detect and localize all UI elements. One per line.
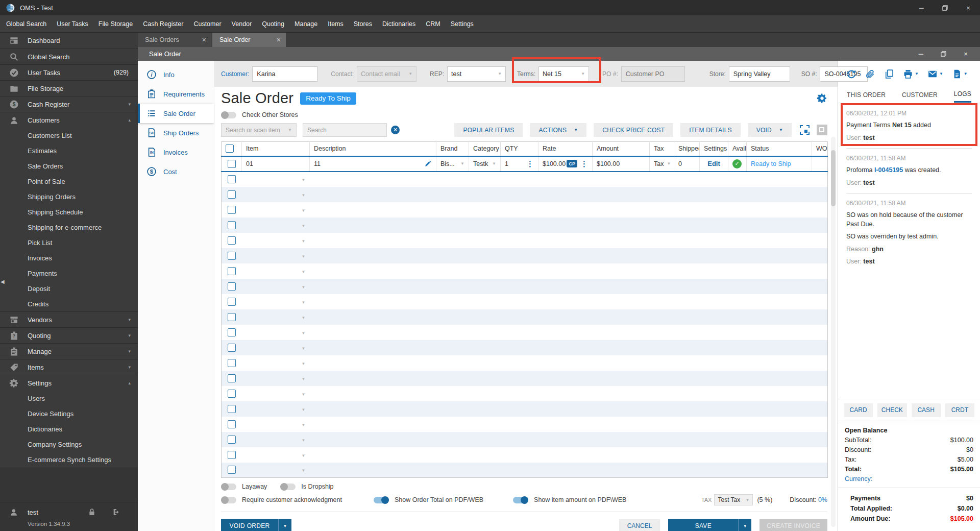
pay-button-card[interactable]: CARD bbox=[844, 403, 873, 417]
row-checkbox[interactable] bbox=[228, 313, 236, 321]
sidebar-item-customers[interactable]: Customers▴ bbox=[0, 112, 138, 128]
discount-value[interactable]: 0% bbox=[818, 496, 827, 503]
tab-logs[interactable]: LOGS bbox=[954, 87, 971, 103]
scrollbar-thumb[interactable] bbox=[831, 150, 836, 206]
close-button[interactable]: × bbox=[957, 0, 980, 15]
menubar-item-crm[interactable]: CRM bbox=[421, 15, 445, 32]
sidebar-item-credits[interactable]: Credits bbox=[0, 296, 138, 311]
row-checkbox[interactable] bbox=[228, 236, 236, 245]
cp-badge[interactable]: CP bbox=[567, 160, 577, 167]
row-checkbox[interactable] bbox=[228, 374, 236, 382]
cell-tax[interactable]: Tax bbox=[654, 160, 664, 167]
column-header-description[interactable]: Description bbox=[310, 142, 436, 156]
chevron-down-icon[interactable]: ▼ bbox=[574, 128, 578, 132]
menubar-item-dictionaries[interactable]: Dictionaries bbox=[377, 15, 421, 32]
contact-select[interactable]: Contact email ▼ bbox=[357, 66, 416, 82]
chevron-down-icon[interactable]: ▼ bbox=[302, 438, 306, 443]
chevron-down-icon[interactable]: ▼ bbox=[302, 178, 306, 182]
customer-input[interactable] bbox=[252, 66, 317, 82]
cell-description[interactable]: 11 bbox=[314, 160, 424, 167]
chevron-down-icon[interactable]: ▼ bbox=[302, 208, 306, 213]
edit-description-icon[interactable] bbox=[424, 160, 432, 167]
inner-restore-button[interactable] bbox=[932, 47, 954, 61]
sidebar-item-user-tasks[interactable]: User Tasks(929) bbox=[0, 64, 138, 80]
menubar-item-settings[interactable]: Settings bbox=[446, 15, 479, 32]
sidebar-item-deposit[interactable]: Deposit bbox=[0, 281, 138, 296]
lock-icon[interactable] bbox=[88, 508, 96, 516]
chevron-down-icon[interactable]: ▼ bbox=[302, 300, 306, 305]
doc-menu-item-sale-order[interactable]: Sale Order bbox=[138, 104, 214, 123]
item-row[interactable]: 01 11 Bis...▼ Testk▼ 1⋮ $100.00CP⋮ $100.… bbox=[222, 156, 828, 172]
chevron-down-icon[interactable]: ▼ bbox=[779, 128, 783, 132]
chevron-down-icon[interactable]: ▼ bbox=[302, 407, 306, 412]
print-button[interactable]: ▼ bbox=[903, 69, 919, 79]
pay-button-check[interactable]: CHECK bbox=[877, 403, 906, 417]
chevron-down-icon[interactable]: ▼ bbox=[302, 423, 306, 427]
doc-menu-item-requirements[interactable]: Requirements bbox=[138, 84, 214, 104]
item-search-select[interactable]: Search or scan item ▼ bbox=[221, 123, 297, 137]
chevron-down-icon[interactable]: ▼ bbox=[302, 453, 306, 458]
clear-search-icon[interactable]: ✕ bbox=[391, 126, 400, 134]
refresh-icon[interactable] bbox=[846, 69, 856, 79]
column-header-settings[interactable]: Settings bbox=[700, 142, 728, 156]
sidebar-item-shipping-orders[interactable]: Shipping Orders bbox=[0, 189, 138, 204]
table-scrollbar[interactable] bbox=[831, 137, 836, 527]
sidebar-item-settings[interactable]: Settings▴ bbox=[0, 375, 138, 391]
email-button[interactable]: ▼ bbox=[927, 69, 943, 79]
sidebar-item-company-settings[interactable]: Company Settings bbox=[0, 437, 138, 452]
cell-qty[interactable]: 1 bbox=[505, 160, 523, 167]
check-price-cost-button[interactable]: CHECK PRICE COST bbox=[594, 123, 673, 137]
terms-select[interactable]: Net 15 ▼ bbox=[538, 66, 589, 82]
kebab-menu-icon[interactable]: ⋮ bbox=[580, 159, 588, 168]
chevron-down-icon[interactable]: ▼ bbox=[489, 161, 496, 166]
sidebar-item-cash-register[interactable]: $Cash Register▾ bbox=[0, 96, 138, 112]
cell-brand[interactable]: Bis... bbox=[440, 160, 455, 167]
row-checkbox[interactable] bbox=[228, 436, 236, 444]
show-item-amount-toggle[interactable] bbox=[513, 497, 528, 503]
menubar-item-cash-register[interactable]: Cash Register bbox=[138, 15, 188, 32]
tab-customer[interactable]: CUSTOMER bbox=[902, 87, 938, 103]
sidebar-item-pick-list[interactable]: Pick List bbox=[0, 235, 138, 250]
is-dropship-toggle[interactable] bbox=[280, 484, 296, 490]
menubar-item-quoting[interactable]: Quoting bbox=[257, 15, 289, 32]
minimize-button[interactable]: ─ bbox=[910, 0, 933, 15]
layout-icon[interactable] bbox=[817, 125, 827, 135]
row-checkbox[interactable] bbox=[228, 405, 236, 413]
menubar-item-stores[interactable]: Stores bbox=[349, 15, 377, 32]
tab-close-icon[interactable]: × bbox=[189, 36, 206, 44]
column-header-category[interactable]: Category bbox=[469, 142, 501, 156]
cell-rate[interactable]: $100.00 bbox=[543, 160, 566, 167]
pay-button-cash[interactable]: CASH bbox=[912, 403, 941, 417]
chevron-down-icon[interactable]: ▼ bbox=[302, 224, 306, 228]
sidebar-item-sale-orders[interactable]: Sale Orders bbox=[0, 158, 138, 174]
row-checkbox[interactable] bbox=[228, 221, 236, 229]
menubar-item-manage[interactable]: Manage bbox=[289, 15, 323, 32]
chevron-down-icon[interactable]: ▼ bbox=[457, 161, 464, 166]
row-checkbox[interactable] bbox=[228, 451, 236, 459]
sidebar-item-quoting[interactable]: ?Quoting▾ bbox=[0, 327, 138, 343]
store-input[interactable] bbox=[729, 66, 790, 82]
multi-select-icon[interactable] bbox=[800, 125, 810, 135]
menubar-item-file-storage[interactable]: File Storage bbox=[93, 15, 138, 32]
menubar-item-customer[interactable]: Customer bbox=[188, 15, 226, 32]
doc-menu-item-info[interactable]: iInfo bbox=[138, 65, 214, 84]
maximize-button[interactable] bbox=[933, 0, 957, 15]
menubar-item-user-tasks[interactable]: User Tasks bbox=[52, 15, 93, 32]
row-checkbox[interactable] bbox=[228, 190, 236, 199]
chevron-down-icon[interactable]: ▼ bbox=[302, 377, 306, 381]
tab-close-icon[interactable]: × bbox=[263, 36, 281, 44]
column-header-rate[interactable]: Rate bbox=[538, 142, 593, 156]
row-checkbox[interactable] bbox=[228, 344, 236, 352]
sidebar-item-global-search[interactable]: Global Search bbox=[0, 49, 138, 64]
show-order-total-toggle[interactable] bbox=[374, 497, 389, 503]
sidebar-item-dashboard[interactable]: Dashboard bbox=[0, 33, 138, 49]
attachment-icon[interactable] bbox=[865, 69, 875, 79]
sidebar-item-vendors[interactable]: Vendors▾ bbox=[0, 311, 138, 327]
row-status-link[interactable]: Ready to Ship bbox=[751, 160, 791, 167]
tax-select[interactable]: Test Tax ▼ bbox=[714, 494, 753, 505]
item-details-button[interactable]: ITEM DETAILS bbox=[680, 123, 741, 137]
tab-this-order[interactable]: THIS ORDER bbox=[847, 87, 886, 103]
sidebar-item-e-commerce-synch-settings[interactable]: E-commerce Synch Settings bbox=[0, 452, 138, 467]
void-order-button[interactable]: VOID ORDER bbox=[221, 519, 278, 531]
row-checkbox[interactable] bbox=[228, 466, 236, 474]
